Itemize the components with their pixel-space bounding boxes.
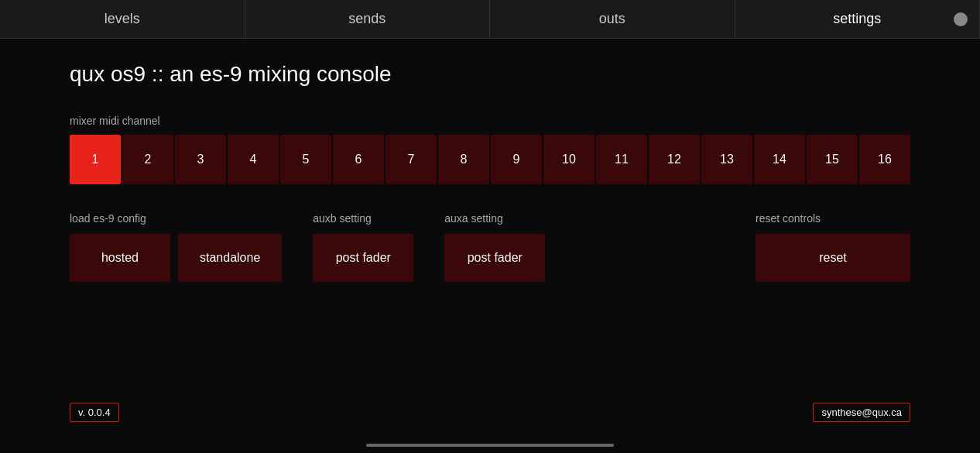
auxb-label: auxb setting: [313, 212, 413, 225]
channel-btn-12[interactable]: 12: [649, 135, 700, 184]
channel-btn-7[interactable]: 7: [385, 135, 437, 184]
midi-channel-label: mixer midi channel: [70, 115, 910, 127]
load-config-group: load es-9 config hosted standalone: [70, 212, 282, 282]
scrollbar-thumb: [366, 444, 614, 447]
main-content: qux os9 :: an es-9 mixing console mixer …: [0, 39, 980, 305]
channel-btn-2[interactable]: 2: [122, 135, 173, 184]
load-config-label: load es-9 config: [70, 212, 282, 225]
hosted-button[interactable]: hosted: [70, 234, 170, 282]
auxa-value-button[interactable]: post fader: [444, 234, 545, 282]
status-indicator: [954, 12, 968, 26]
channel-btn-8[interactable]: 8: [438, 135, 489, 184]
auxa-buttons: post fader: [444, 234, 545, 282]
channel-btn-13[interactable]: 13: [701, 135, 752, 184]
tab-levels[interactable]: levels: [0, 0, 245, 38]
channel-btn-14[interactable]: 14: [754, 135, 805, 184]
scrollbar-track[interactable]: [366, 444, 614, 447]
standalone-button[interactable]: standalone: [178, 234, 282, 282]
reset-group: reset controls reset: [756, 212, 910, 282]
channel-btn-10[interactable]: 10: [543, 135, 595, 184]
channel-btn-5[interactable]: 5: [280, 135, 331, 184]
tab-settings[interactable]: settings: [735, 0, 981, 38]
channel-btn-9[interactable]: 9: [491, 135, 542, 184]
tab-outs[interactable]: outs: [490, 0, 735, 38]
channel-btn-16[interactable]: 16: [859, 135, 910, 184]
channel-btn-11[interactable]: 11: [596, 135, 647, 184]
auxb-group: auxb setting post fader: [313, 212, 413, 282]
controls-outer: load es-9 config hosted standalone auxb …: [70, 212, 910, 282]
page-title: qux os9 :: an es-9 mixing console: [70, 62, 910, 87]
load-config-buttons: hosted standalone: [70, 234, 282, 282]
version-badge: v. 0.0.4: [70, 403, 119, 422]
auxb-value-button[interactable]: post fader: [313, 234, 413, 282]
bottom-bar: v. 0.0.4 synthese@qux.ca: [0, 403, 980, 422]
channel-btn-15[interactable]: 15: [807, 135, 858, 184]
auxa-label: auxa setting: [444, 212, 545, 225]
controls-left: load es-9 config hosted standalone auxb …: [70, 212, 756, 282]
channel-btn-4[interactable]: 4: [228, 135, 279, 184]
reset-buttons: reset: [756, 234, 910, 282]
channel-grid: 12345678910111213141516: [70, 135, 910, 184]
nav-tabs: levels sends outs settings: [0, 0, 980, 39]
email-badge: synthese@qux.ca: [813, 403, 910, 422]
auxa-group: auxa setting post fader: [444, 212, 545, 282]
channel-btn-6[interactable]: 6: [333, 135, 384, 184]
channel-btn-3[interactable]: 3: [175, 135, 226, 184]
auxb-buttons: post fader: [313, 234, 413, 282]
reset-button[interactable]: reset: [756, 234, 910, 282]
reset-label: reset controls: [756, 212, 910, 225]
channel-btn-1[interactable]: 1: [70, 135, 121, 184]
tab-sends[interactable]: sends: [245, 0, 491, 38]
